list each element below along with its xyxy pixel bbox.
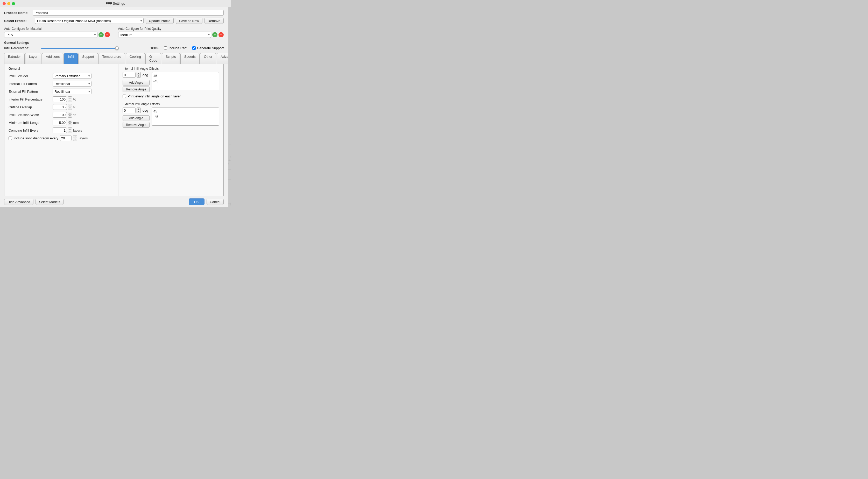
update-profile-button[interactable]: Update Profile xyxy=(146,18,174,24)
solid-diaphragm-unit: layers xyxy=(79,136,88,140)
add-external-angle-button[interactable]: Add Angle xyxy=(123,115,150,121)
min-infill-unit: mm xyxy=(73,121,79,125)
outline-overlap-down[interactable]: ▼ xyxy=(68,107,72,109)
add-quality-button[interactable]: + xyxy=(212,32,217,37)
external-fill-label: External Fill Pattern xyxy=(8,90,53,94)
internal-angle-down[interactable]: ▼ xyxy=(137,75,141,77)
tab-infill[interactable]: Infill xyxy=(64,53,78,64)
auto-material-select[interactable]: PLA xyxy=(4,32,97,38)
external-angles-list: 45-45 xyxy=(152,107,219,126)
infill-extrusion-label: Infill Extrusion Width xyxy=(8,113,53,117)
min-infill-input[interactable] xyxy=(53,120,67,125)
process-name-label: Process Name: xyxy=(4,11,33,15)
remove-internal-angle-button[interactable]: Remove Angle xyxy=(123,87,150,92)
tab-layer[interactable]: Layer xyxy=(25,53,41,64)
solid-diaphragm-down[interactable]: ▼ xyxy=(73,138,77,141)
select-profile-label: Select Profile: xyxy=(4,19,33,23)
remove-button[interactable]: Remove xyxy=(205,18,224,24)
ok-button[interactable]: OK xyxy=(189,198,205,205)
hide-advanced-button[interactable]: Hide Advanced xyxy=(4,199,33,205)
interior-fill-input[interactable] xyxy=(53,96,67,102)
auto-quality-label: Auto-Configure for Print Quality xyxy=(118,27,224,31)
interior-fill-down[interactable]: ▼ xyxy=(68,99,72,102)
min-infill-down[interactable]: ▼ xyxy=(68,123,72,125)
solid-diaphragm-up[interactable]: ▲ xyxy=(73,135,77,138)
tab-support[interactable]: Support xyxy=(78,53,98,64)
interior-fill-up[interactable]: ▲ xyxy=(68,97,72,99)
infill-extrusion-down[interactable]: ▼ xyxy=(68,115,72,117)
combine-infill-input[interactable] xyxy=(53,127,67,133)
infill-extruder-label: Infill Extruder xyxy=(8,74,53,78)
external-fill-select[interactable]: Rectilinear xyxy=(53,89,92,94)
outline-overlap-up[interactable]: ▲ xyxy=(68,104,72,107)
infill-percentage-value: 100% xyxy=(150,46,161,50)
outline-overlap-label: Outline Overlap xyxy=(8,105,53,109)
maximize-button[interactable] xyxy=(12,2,15,5)
internal-fill-label: Internal Fill Pattern xyxy=(8,82,53,86)
auto-quality-select[interactable]: Medium xyxy=(118,32,212,38)
generate-support-label[interactable]: Generate Support xyxy=(192,46,224,50)
tab-other[interactable]: Other xyxy=(200,53,216,64)
remove-material-button[interactable]: − xyxy=(105,32,110,37)
include-raft-label[interactable]: Include Raft xyxy=(164,46,186,50)
combine-infill-up[interactable]: ▲ xyxy=(68,128,72,130)
infill-slider[interactable] xyxy=(41,48,119,49)
internal-angles-list: 45-45 xyxy=(152,72,219,90)
outline-overlap-input[interactable] xyxy=(53,104,67,110)
general-panel-title: General xyxy=(8,67,114,70)
process-name-input[interactable] xyxy=(33,10,224,15)
print-every-angle-checkbox[interactable] xyxy=(123,95,126,98)
select-models-button[interactable]: Select Models xyxy=(35,199,63,205)
remove-external-angle-button[interactable]: Remove Angle xyxy=(123,122,150,128)
combine-infill-down[interactable]: ▼ xyxy=(68,130,72,133)
tab-temperature[interactable]: Temperature xyxy=(98,53,125,64)
infill-extruder-select[interactable]: Primary Extruder xyxy=(53,73,92,79)
profile-select[interactable]: Prusa Research Original Prusa i3 MK3 (mo… xyxy=(35,18,144,24)
internal-angle-input[interactable] xyxy=(123,72,135,78)
internal-angle-unit: deg xyxy=(143,73,148,77)
tab-additions[interactable]: Additions xyxy=(42,53,63,64)
infill-percentage-label: Infill Percentage: xyxy=(4,46,38,50)
external-angle-down[interactable]: ▼ xyxy=(137,110,141,113)
external-angles-title: External Infill Angle Offsets xyxy=(123,102,219,106)
infill-extrusion-unit: % xyxy=(73,113,76,117)
outline-overlap-unit: % xyxy=(73,105,76,109)
combine-infill-unit: layers xyxy=(73,128,82,132)
window-title: FFF Settings xyxy=(106,2,125,5)
tab-gcode[interactable]: G-Code xyxy=(146,53,161,64)
tab-extruder[interactable]: Extruder xyxy=(4,53,25,64)
infill-extrusion-up[interactable]: ▲ xyxy=(68,112,72,115)
minimize-button[interactable] xyxy=(7,2,10,5)
print-every-label: Print every infill angle on each layer xyxy=(127,94,181,98)
solid-diaphragm-checkbox[interactable] xyxy=(8,136,12,140)
solid-diaphragm-input[interactable] xyxy=(60,135,71,141)
generate-support-checkbox[interactable] xyxy=(192,46,196,50)
3d-viewport: ↖ ✛ ⛶ ↻ ▣ ▤ ◻ ◱ ⬡ ↑ → ▢ ⚑ ⚙ ≡ xyxy=(228,7,231,207)
title-bar: FFF Settings xyxy=(0,0,231,7)
tab-scripts[interactable]: Scripts xyxy=(162,53,180,64)
add-internal-angle-button[interactable]: Add Angle xyxy=(123,80,150,86)
external-angle-input[interactable] xyxy=(123,107,135,113)
tab-speeds[interactable]: Speeds xyxy=(180,53,199,64)
include-raft-checkbox[interactable] xyxy=(164,46,167,50)
min-infill-up[interactable]: ▲ xyxy=(68,120,72,123)
cancel-button[interactable]: Cancel xyxy=(207,199,224,205)
auto-material-label: Auto-Configure for Material xyxy=(4,27,110,31)
general-settings-header: General Settings xyxy=(4,41,224,44)
infill-extrusion-input[interactable] xyxy=(53,112,67,118)
viewport-grid xyxy=(228,87,231,206)
internal-angle-up[interactable]: ▲ xyxy=(137,72,141,75)
combine-infill-label: Combine Infill Every xyxy=(8,128,53,132)
internal-fill-select[interactable]: Rectilinear xyxy=(53,81,92,87)
solid-diaphragm-label: Include solid diaphragm every xyxy=(13,136,58,140)
external-angle-up[interactable]: ▲ xyxy=(137,108,141,110)
remove-quality-button[interactable]: − xyxy=(218,32,224,37)
tabs-row: Extruder Layer Additions Infill Support … xyxy=(4,53,224,64)
tab-cooling[interactable]: Cooling xyxy=(126,53,145,64)
external-angle-unit: deg xyxy=(143,108,148,113)
save-as-new-button[interactable]: Save as New xyxy=(176,18,203,24)
internal-angles-title: Internal Infill Angle Offsets xyxy=(123,67,219,70)
close-button[interactable] xyxy=(3,2,6,5)
min-infill-label: Minimum Infill Length xyxy=(8,121,53,125)
add-material-button[interactable]: + xyxy=(98,32,104,37)
